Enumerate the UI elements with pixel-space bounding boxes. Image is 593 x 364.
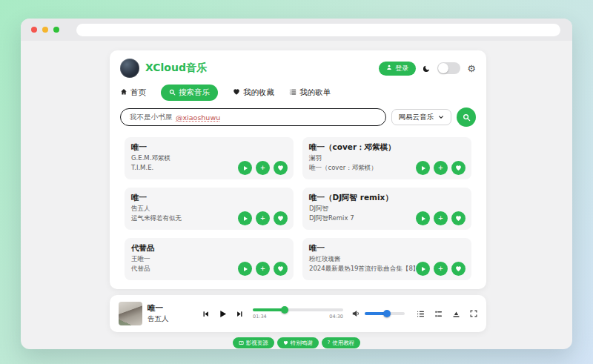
song-title: 代替品: [131, 243, 287, 254]
desktop-background: { "browser": { "address_value": "" }, "a…: [0, 0, 593, 364]
nav-bar: 首页 搜索音乐 我的收藏 我的歌单: [110, 83, 486, 107]
song-title: 唯一（DJ阿智 remix）: [309, 193, 465, 203]
volume-thumb[interactable]: [383, 310, 391, 317]
close-window-button[interactable]: [31, 27, 37, 33]
progress-thumb[interactable]: [281, 306, 288, 314]
brand: XCloud音乐: [120, 59, 207, 78]
header-actions: 登录 ⚙: [379, 62, 476, 76]
heart-icon: [233, 88, 240, 97]
progress-slider[interactable]: [253, 308, 343, 311]
nav-item-playlists[interactable]: 我的歌单: [289, 87, 331, 98]
nav-label: 我的歌单: [299, 87, 331, 98]
play-button[interactable]: [416, 161, 430, 175]
song-actions: +: [238, 262, 288, 276]
nav-item-favorites[interactable]: 我的收藏: [233, 87, 274, 98]
lyrics-list-icon[interactable]: [434, 310, 443, 318]
song-card: 唯一（cover：邓紫棋） 澜羽 唯一（cover：邓紫棋） +: [302, 137, 471, 179]
search-input[interactable]: 我不是小书屋 @xiaoshuwu: [120, 108, 386, 126]
badge-label: 使用教程: [332, 340, 354, 347]
app-logo-avatar: [120, 59, 139, 78]
play-queue-icon[interactable]: [417, 310, 425, 318]
play-button[interactable]: [238, 211, 252, 225]
add-button[interactable]: +: [434, 211, 448, 225]
search-results: 唯一 G.E.M.邓紫棋 T.I.M.E. + 唯一（cover：邓紫棋） 澜羽…: [110, 136, 486, 280]
song-actions: +: [238, 161, 288, 175]
song-title: 唯一（cover：邓紫棋）: [309, 142, 465, 153]
song-card: 唯一 粉红玫瑰酱 2024最新最热19首流行歌曲合集【8】 +: [302, 238, 471, 280]
main-card: XCloud音乐 登录 ⚙ 首页: [110, 50, 486, 289]
add-button[interactable]: +: [434, 262, 448, 276]
dark-mode-toggle[interactable]: [437, 62, 460, 74]
nav-item-search[interactable]: 搜索音乐: [161, 85, 218, 101]
play-button[interactable]: [416, 211, 430, 225]
play-button[interactable]: [238, 161, 252, 175]
player-bar: 唯一 告五人 01:34 04:30: [110, 295, 486, 332]
search-icon: [169, 88, 176, 97]
nav-item-home[interactable]: 首页: [120, 87, 146, 98]
add-button[interactable]: +: [434, 161, 448, 175]
address-bar[interactable]: [76, 24, 560, 36]
gear-icon[interactable]: ⚙: [467, 64, 476, 73]
footer-badges: 影视资源 特别鸣谢 ? 使用教程: [21, 337, 572, 348]
song-title: 唯一: [131, 142, 287, 153]
music-source-select[interactable]: 网易云音乐: [391, 109, 452, 125]
question-icon: ?: [328, 340, 330, 345]
badge-label: 特别鸣谢: [291, 340, 313, 347]
nav-label: 搜索音乐: [179, 87, 210, 98]
toggle-knob: [438, 63, 448, 73]
now-playing-artist: 告五人: [148, 314, 193, 324]
progress-section: 01:34 04:30: [253, 308, 343, 320]
minimize-window-button[interactable]: [42, 27, 48, 33]
nav-label: 我的收藏: [243, 87, 274, 98]
now-playing-title: 唯一: [148, 303, 193, 314]
search-row: 我不是小书屋 @xiaoshuwu 网易云音乐: [110, 107, 486, 136]
volume-section: [352, 310, 405, 317]
song-card: 唯一 G.E.M.邓紫棋 T.I.M.E. +: [125, 137, 294, 179]
song-title: 唯一: [131, 193, 287, 203]
login-label: 登录: [395, 64, 408, 73]
favorite-button[interactable]: [451, 262, 466, 276]
add-button[interactable]: +: [256, 262, 270, 276]
favorite-button[interactable]: [274, 211, 288, 225]
play-pause-button[interactable]: [219, 310, 227, 318]
app-header: XCloud音乐 登录 ⚙: [110, 50, 486, 83]
favorite-button[interactable]: [451, 161, 466, 175]
now-playing-info: 唯一 告五人: [148, 303, 193, 324]
song-actions: +: [416, 211, 466, 225]
player-extra-controls: [417, 310, 477, 318]
source-selected-label: 网易云音乐: [399, 113, 434, 122]
add-button[interactable]: +: [256, 211, 270, 225]
favorite-button[interactable]: [274, 262, 288, 276]
previous-track-button[interactable]: [202, 311, 209, 317]
badge-special-thanks[interactable]: 特别鸣谢: [277, 337, 319, 348]
song-card: 唯一 告五人 运气来得若有似无 +: [125, 188, 294, 230]
play-button[interactable]: [416, 262, 430, 276]
search-button[interactable]: [457, 107, 476, 127]
song-card: 代替品 王唯一 代替品 +: [125, 238, 294, 280]
download-icon[interactable]: [452, 310, 460, 318]
favorite-button[interactable]: [451, 211, 466, 225]
search-value: 我不是小书屋: [130, 113, 172, 122]
badge-video-resources[interactable]: 影视资源: [233, 337, 274, 348]
song-actions: +: [416, 161, 466, 175]
app-title: XCloud音乐: [145, 62, 207, 75]
maximize-window-button[interactable]: [53, 27, 59, 33]
speaker-icon[interactable]: [352, 310, 360, 317]
album-art: [119, 302, 142, 325]
play-button[interactable]: [238, 262, 252, 276]
add-button[interactable]: +: [256, 161, 270, 175]
volume-slider[interactable]: [365, 312, 405, 315]
next-track-button[interactable]: [236, 311, 243, 317]
login-button[interactable]: 登录: [379, 62, 416, 76]
moon-icon: [423, 64, 431, 73]
home-icon: [120, 88, 127, 97]
search-handle: @xiaoshuwu: [176, 113, 220, 122]
nav-label: 首页: [130, 87, 146, 98]
badge-tutorial[interactable]: ? 使用教程: [322, 337, 360, 348]
progress-fill: [253, 308, 285, 311]
heart-icon: [283, 340, 288, 345]
favorite-button[interactable]: [274, 161, 288, 175]
song-actions: +: [416, 262, 466, 276]
page-background: XCloud音乐 登录 ⚙ 首页: [21, 41, 572, 349]
fullscreen-icon[interactable]: [470, 310, 477, 317]
